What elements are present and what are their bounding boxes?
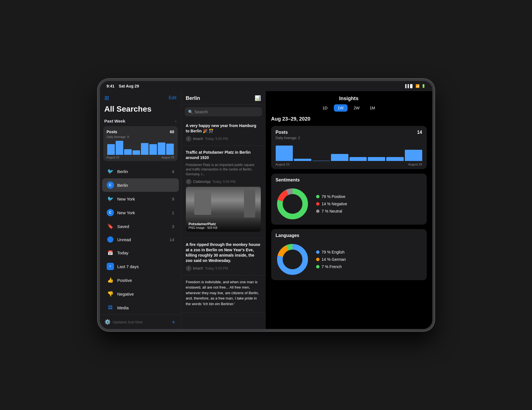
neutral-dot <box>316 209 319 213</box>
feed-item[interactable]: Freedom is indivisible, and when one man… <box>181 275 265 313</box>
legend-item-neutral: 7 % Neutral <box>316 209 347 213</box>
svg-point-7 <box>283 250 302 269</box>
calendar-icon: 📅 <box>107 249 114 256</box>
sidebar-item-label: New York <box>117 197 169 201</box>
insights-bar <box>312 161 330 161</box>
negative-dot <box>316 202 319 206</box>
search-bar[interactable]: 🔍 Search <box>185 107 262 116</box>
author-name: ClattersApp <box>193 180 211 184</box>
sidebar-item-newyork-twitter[interactable]: 🐦 New York 9 <box>102 192 179 206</box>
feed-item-desc: Potsdamer Platz is an important public s… <box>186 163 261 177</box>
feed-item-title: A very happy new year from Hamburg to Be… <box>186 123 261 134</box>
status-bar: 9:41 Sat Aug 29 ▐▐▐▌ 📶 🔋 <box>100 81 432 91</box>
tab-2w[interactable]: 2W <box>350 104 364 112</box>
wifi-icon: 📶 <box>415 84 420 88</box>
sidebar-item-today[interactable]: 📅 Today <box>102 246 179 259</box>
tab-1d[interactable]: 1D <box>319 104 332 112</box>
ipad-screen: 9:41 Sat Aug 29 ▐▐▐▌ 📶 🔋 ⊞ Edit All Sear… <box>100 81 432 329</box>
languages-legend: 79 % English 14 % German 7 % French <box>316 250 346 269</box>
search-input[interactable]: Search <box>195 109 208 114</box>
feed-item[interactable]: A very happy new year from Hamburg to Be… <box>181 119 265 146</box>
sidebar-item-label: Saved <box>117 224 169 229</box>
add-search-button[interactable]: ＋ <box>170 318 177 326</box>
sidebar-item-positive[interactable]: 👍 Positive <box>102 273 179 287</box>
sidebar-list: 🐦 Berlin 4 C Berlin 🐦 New York 9 <box>100 164 181 315</box>
chart-date-end: August 29 <box>161 156 174 159</box>
sidebar-item-media[interactable]: 🖼 Media <box>102 301 179 314</box>
feed-item[interactable]: A fire ripped through the monkey house a… <box>181 238 265 275</box>
feed-item-author: t timacfr Today, 5:03 PM <box>186 266 261 271</box>
chart-bar <box>166 144 174 155</box>
tab-1m[interactable]: 1M <box>366 104 379 112</box>
battery-icon: 🔋 <box>421 84 426 88</box>
french-label: 7 % French <box>322 264 342 269</box>
sidebar-item-label: Positive <box>117 278 171 283</box>
insights-dates: August 23 August 29 <box>276 163 422 166</box>
positive-label: 79 % Positive <box>322 194 346 199</box>
sidebar-item-label: New York <box>117 210 169 215</box>
negative-label: 14 % Negative <box>322 202 347 206</box>
thumbs-down-icon: 👎 <box>107 290 114 298</box>
sidebar-header: ⊞ Edit <box>100 91 181 103</box>
sentiments-title: Sentiments <box>276 178 422 183</box>
chart-bar <box>116 141 123 155</box>
sidebar-item-count: 1 <box>172 210 174 215</box>
tab-1w[interactable]: 1W <box>334 104 348 112</box>
past-week-arrow-icon: › <box>175 119 177 123</box>
chart-bar <box>149 144 157 155</box>
sidebar-item-newyork-clatters[interactable]: C New York 1 <box>102 206 179 219</box>
sidebar-toggle-icon[interactable]: ⊞ <box>104 95 109 101</box>
chart-bar <box>133 150 140 155</box>
status-icons: ▐▐▐▌ 📶 🔋 <box>404 84 425 88</box>
middle-panel-title: Berlin <box>186 95 200 101</box>
german-label: 14 % German <box>322 257 346 262</box>
sentiments-chart-row: 79 % Positive 14 % Negative 7 % Neutral <box>276 187 422 221</box>
twitter-icon: 🐦 <box>107 195 114 202</box>
sidebar-item-negative[interactable]: 👎 Negative <box>102 287 179 301</box>
feed-item[interactable]: Traffic at Potsdamer Platz in Berlin aro… <box>181 146 265 238</box>
insights-icon[interactable]: 📊 <box>255 95 261 101</box>
chart-bar <box>141 143 149 155</box>
feed-item-author: t timacfr Today, 5:05 PM <box>186 136 261 142</box>
feed-item-title: Traffic at Potsdamer Platz in Berlin aro… <box>186 150 261 160</box>
sidebar-item-label: Berlin <box>117 169 169 174</box>
posts-count: 60 <box>170 130 174 134</box>
past-week-section[interactable]: Past Week › <box>100 117 181 125</box>
author-name: timacfr <box>193 266 203 270</box>
middle-panel: Berlin 📊 🔍 Search A very happy new year … <box>181 91 266 329</box>
feed-item-title: A fire ripped through the monkey house a… <box>186 242 261 263</box>
edit-button[interactable]: Edit <box>169 95 177 100</box>
legend-item-positive: 79 % Positive <box>316 194 347 199</box>
middle-panel-header: Berlin 📊 <box>181 91 265 104</box>
sidebar-item-label: Berlin <box>117 183 171 188</box>
sidebar-item-last7[interactable]: 7 Last 7 days <box>102 260 179 273</box>
sidebar-footer-left: ⚙️ Updated Just Now <box>104 319 143 325</box>
chart-bar <box>124 149 132 155</box>
svg-point-3 <box>283 194 302 214</box>
sentiments-card: Sentiments <box>271 174 427 225</box>
chart-bar <box>158 142 165 155</box>
insights-posts-card: Posts 14 Daily Average: 2 <box>271 126 427 169</box>
sidebar-item-label: Unread <box>117 237 166 242</box>
sidebar-item-label: Today <box>117 250 171 255</box>
neutral-label: 7 % Neutral <box>322 209 342 213</box>
insights-posts-label: Posts <box>276 130 288 135</box>
sidebar-item-saved[interactable]: 🔖 Saved 3 <box>102 220 179 233</box>
sidebar-item-unread[interactable]: Unread 14 <box>102 233 179 246</box>
posts-chart: August 23 August 29 <box>107 141 174 158</box>
insights-panel: Insights 1D 1W 2W 1M Aug 23–29, 2020 Pos… <box>266 91 432 329</box>
legend-item-german: 14 % German <box>316 257 346 262</box>
days-icon: 7 <box>107 263 114 270</box>
status-time: 9:41 Sat Aug 29 <box>107 84 139 88</box>
insights-bar <box>331 154 348 161</box>
languages-card: Languages <box>271 229 427 280</box>
twitter-icon: 🐦 <box>107 168 114 175</box>
sidebar-item-berlin-twitter[interactable]: 🐦 Berlin 4 <box>102 165 179 178</box>
posts-label: Posts <box>107 130 117 134</box>
insights-bar <box>386 157 404 161</box>
positive-dot <box>316 195 319 198</box>
settings-icon[interactable]: ⚙️ <box>104 319 111 325</box>
chart-bars <box>107 141 174 155</box>
sidebar-item-berlin-clatters[interactable]: C Berlin <box>102 178 179 192</box>
insights-date-start: August 23 <box>276 163 290 166</box>
